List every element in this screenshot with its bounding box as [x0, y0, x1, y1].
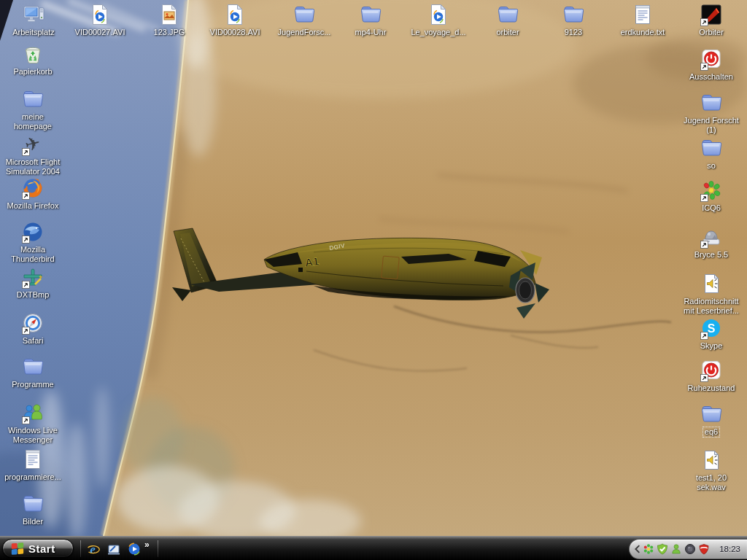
- tray-icons: [643, 543, 710, 555]
- icon-label: Radiomitschnittmit Leserbrief...: [679, 297, 743, 316]
- desktop-icon-programme[interactable]: Programme: [1, 355, 65, 389]
- tray-icq-flower-icon[interactable]: [643, 543, 654, 555]
- desktop-icon-radiomitschnitt[interactable]: Radiomitschnittmit Leserbrief...: [679, 272, 743, 316]
- test1-20-sek-wav-icon: [700, 448, 723, 472]
- desktop-icon-123-jpg[interactable]: 123.JPG: [137, 3, 201, 37]
- quick-launch-overflow-chevron[interactable]: »: [144, 540, 150, 550]
- icon-label: test1, 20sek.wav: [679, 473, 743, 492]
- icon-label: Jugend Forscht(1): [679, 116, 743, 135]
- desktop-icon-bryce-55[interactable]: Bryce 5.5: [679, 225, 743, 260]
- orbiter-app-icon: [700, 3, 723, 26]
- desktop-icon-arbeitsplatz[interactable]: Arbeitsplatz: [1, 3, 66, 37]
- desktop-icon-thunderbird[interactable]: MozillaThunderbird: [1, 220, 65, 264]
- icon-label: Ruhezustand: [679, 384, 743, 393]
- windows-logo-icon: [10, 541, 25, 556]
- icon-label: Programme: [1, 380, 65, 389]
- tray-antivirus-shield-icon[interactable]: [698, 543, 710, 555]
- system-tray: 18:23: [629, 539, 747, 559]
- desktop-icon-so[interactable]: so: [679, 136, 743, 171]
- svg-text:S: S: [708, 322, 716, 335]
- icon-label: DXTBmp: [1, 290, 65, 300]
- desktop-icon-skype[interactable]: SSkype: [679, 316, 743, 351]
- quick-launch-bar: e: [86, 542, 142, 556]
- start-label: Start: [28, 542, 55, 555]
- dxtbmp-icon: [21, 265, 44, 289]
- icon-label: ICQ6: [679, 203, 743, 213]
- icon-label: 9123: [541, 28, 605, 37]
- taskbar-divider: [158, 540, 158, 557]
- taskbar: Start e » 18:23: [0, 536, 747, 560]
- icon-label: Papierkorb: [1, 67, 65, 77]
- desktop-icon-test1-20-sek-wav[interactable]: test1, 20sek.wav: [679, 448, 743, 492]
- desktop-icon-live-messenger[interactable]: Windows LiveMessenger: [1, 401, 65, 445]
- mp4-uhr-icon: [359, 3, 382, 26]
- icon-label: Windows LiveMessenger: [1, 426, 65, 445]
- desktop-surface[interactable]: ArbeitsplatzVID00027.AVI123.JPGVID00028.…: [0, 0, 747, 536]
- icon-label: Arbeitsplatz: [1, 28, 66, 37]
- icon-label: Bryce 5.5: [679, 250, 743, 260]
- meine-homepage-icon: [21, 88, 44, 111]
- tray-green-shield-check-icon[interactable]: [657, 543, 668, 555]
- tray-volume-knob-icon[interactable]: [684, 543, 696, 555]
- desktop-icon-le-voyage[interactable]: Le_voyage_d...: [406, 3, 471, 37]
- desktop-icon-9123[interactable]: 9123: [541, 3, 605, 37]
- icon-label: orbiter: [476, 28, 540, 37]
- tray-collapse-chevron-icon[interactable]: [632, 543, 643, 555]
- desktop-icon-vid00027-avi[interactable]: VID00027.AVI: [68, 3, 132, 37]
- erdkunde-txt-icon: [631, 3, 654, 26]
- desktop-icon-mozilla-firefox[interactable]: Mozilla Firefox: [1, 176, 65, 211]
- desktop-icon-dxtbmp[interactable]: DXTBmp: [1, 265, 65, 300]
- clock[interactable]: 18:23: [719, 545, 747, 553]
- desktop-icon-icq6[interactable]: ICQ6: [679, 179, 743, 213]
- programme-icon: [21, 355, 44, 378]
- desktop-icon-programmiere[interactable]: programmiere...: [1, 448, 65, 482]
- live-messenger-icon: [21, 401, 44, 424]
- icon-label: meinehomepage: [1, 112, 65, 131]
- quick-launch-windows-media-player-icon[interactable]: [127, 542, 142, 556]
- vid00028-avi-icon: [223, 3, 247, 26]
- bilder-icon: [21, 492, 44, 516]
- svg-text:e: e: [90, 542, 96, 556]
- desktop-icon-ausschalten[interactable]: Ausschalten: [679, 47, 743, 82]
- desktop-icon-mp4-uhr[interactable]: mp4-Uhr: [338, 3, 403, 37]
- icon-label: 123.JPG: [137, 28, 201, 37]
- desktop-icon-orbiter-app[interactable]: Orbiter: [679, 3, 743, 37]
- eq6-icon: [700, 402, 723, 426]
- icon-label: Orbiter: [679, 28, 743, 37]
- icon-label: Le_voyage_d...: [406, 28, 471, 37]
- le-voyage-icon: [427, 3, 450, 26]
- start-button[interactable]: Start: [2, 539, 74, 558]
- thunderbird-icon: [21, 220, 44, 244]
- icon-label: Microsoft FlightSimulator 2004: [1, 158, 65, 176]
- so-icon: [700, 136, 723, 160]
- icon-label: MozillaThunderbird: [1, 245, 65, 264]
- desktop-icon-orbiter-folder[interactable]: orbiter: [476, 3, 540, 37]
- desktop-icon-vid00028-avi[interactable]: VID00028.AVI: [203, 3, 267, 37]
- desktop-icon-safari[interactable]: Safari: [1, 311, 65, 346]
- ruhezustand-icon: [700, 359, 723, 382]
- desktop-icon-papierkorb[interactable]: Papierkorb: [1, 42, 65, 77]
- icon-label: Safari: [1, 336, 65, 346]
- 123-jpg-icon: [158, 3, 181, 26]
- desktop-icon-eq6[interactable]: eq6: [679, 402, 743, 437]
- jugend-forscht-1-icon: [700, 91, 723, 114]
- mozilla-firefox-icon: [21, 176, 44, 200]
- desktop-icon-flight-simulator[interactable]: ✈Microsoft FlightSimulator 2004: [1, 133, 65, 176]
- flight-simulator-icon: ✈: [21, 133, 44, 156]
- safari-icon: [21, 311, 44, 335]
- icon-label: Skype: [679, 341, 743, 351]
- icon-label: erdkunde.txt: [611, 28, 675, 37]
- desktop-icon-bilder[interactable]: Bilder: [1, 492, 65, 526]
- desktop-icon-ruhezustand[interactable]: Ruhezustand: [679, 359, 743, 393]
- desktop-icon-meine-homepage[interactable]: meinehomepage: [1, 88, 65, 131]
- icon-label: JugendForsc...: [272, 28, 336, 37]
- desktop-icon-jugendforsc[interactable]: JugendForsc...: [272, 3, 336, 37]
- icon-label: Ausschalten: [679, 72, 743, 82]
- desktop-icon-erdkunde-txt[interactable]: erdkunde.txt: [611, 3, 675, 37]
- quick-launch-show-desktop-icon[interactable]: [107, 542, 121, 556]
- tray-messenger-person-icon[interactable]: [670, 543, 682, 555]
- skype-icon: S: [700, 316, 723, 340]
- desktop-icon-jugend-forscht-1[interactable]: Jugend Forscht(1): [679, 91, 743, 135]
- vid00027-avi-icon: [88, 3, 112, 26]
- quick-launch-internet-explorer-icon[interactable]: e: [86, 542, 101, 556]
